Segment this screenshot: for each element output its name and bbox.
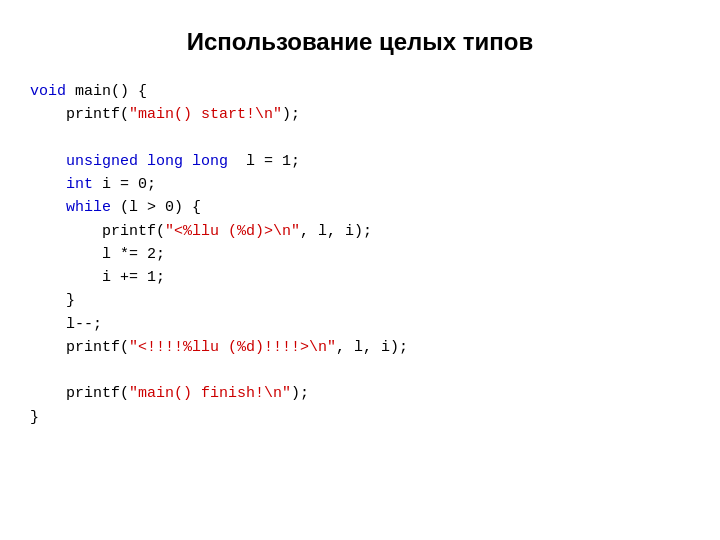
code-line-9: i += 1;: [30, 266, 700, 289]
code-line-8: l *= 2;: [30, 243, 700, 266]
code-line-6: while (l > 0) {: [30, 196, 700, 219]
code-line-10: }: [30, 289, 700, 312]
code-line-12: printf("<!!!!%llu (%d)!!!!>\n", l, i);: [30, 336, 700, 359]
code-line-14: printf("main() finish!\n");: [30, 382, 700, 405]
code-line-7: printf("<%llu (%d)>\n", l, i);: [30, 220, 700, 243]
code-line-4: unsigned long long l = 1;: [30, 150, 700, 173]
code-line-15: }: [30, 406, 700, 429]
code-line-13: [30, 359, 700, 382]
code-line-3: [30, 127, 700, 150]
code-line-11: l--;: [30, 313, 700, 336]
code-line-5: int i = 0;: [30, 173, 700, 196]
code-line-1: void main() {: [30, 80, 700, 103]
code-block: void main() { printf("main() start!\n");…: [20, 80, 700, 429]
page-title: Использование целых типов: [187, 28, 533, 56]
code-line-2: printf("main() start!\n");: [30, 103, 700, 126]
